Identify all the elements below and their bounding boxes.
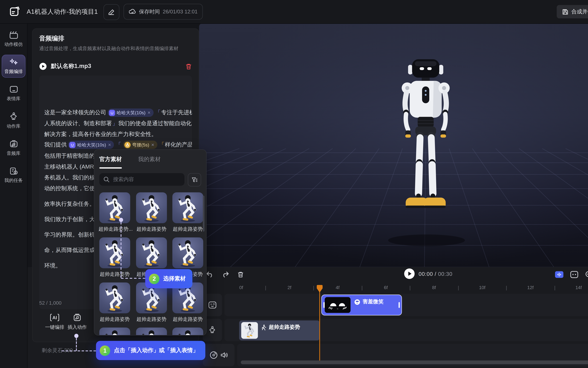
time-total: 00:30 (438, 271, 452, 277)
motion-lib-icon (9, 112, 18, 121)
material-item[interactable] (172, 237, 203, 268)
material-robot-thumbnail (99, 282, 130, 313)
ruler-tick (362, 286, 362, 290)
motion-tag-chip[interactable]: 弯腰(5s)× (123, 141, 157, 149)
step2-number: 2 (149, 274, 159, 284)
script-line: 我们提供哈哈大笑(10s)×「弯腰(5s)×「样化的产品组合， (44, 140, 192, 149)
popup-scrollbar[interactable] (203, 196, 204, 231)
step2-text: 选择素材 (163, 275, 186, 283)
remove-tag-icon[interactable]: × (151, 142, 154, 148)
playhead-line (319, 291, 320, 360)
purple-bracket: 「 (116, 141, 121, 148)
material-robot-thumbnail (136, 328, 167, 335)
audio-file-row: 默认名称1.mp3 (39, 61, 192, 72)
motion-clip[interactable]: 超帅走路姿势 (239, 320, 320, 340)
my-tasks-icon (9, 167, 18, 175)
material-robot-thumbnail (172, 192, 203, 223)
person-icon (209, 326, 216, 334)
material-item[interactable] (136, 328, 167, 335)
zoom-out-button[interactable] (583, 269, 588, 280)
ruler-tick (554, 286, 555, 290)
delete-clip-button[interactable] (235, 269, 246, 280)
gauge-icon (209, 351, 218, 359)
motion-mimic-icon (9, 31, 18, 39)
synthesize-save-button[interactable]: 合成并保存 (557, 5, 588, 18)
material-robot-thumbnail (136, 192, 167, 223)
material-item-label: 超帅走路姿势 (172, 226, 204, 233)
keyframe-view-button[interactable] (569, 269, 580, 280)
remove-tag-icon[interactable]: × (147, 110, 150, 116)
material-item[interactable] (99, 328, 130, 335)
speaker-icon (220, 351, 228, 359)
material-robot-thumbnail (172, 237, 203, 268)
sidebar-item-motion-lib[interactable]: 动作库 (2, 109, 25, 132)
guide2-hline (121, 278, 145, 279)
material-item-label: 超帅走路姿势 (135, 226, 168, 233)
ruler-tick (265, 286, 266, 290)
timeline-hscrollbar[interactable] (241, 360, 588, 364)
redo-button[interactable] (220, 269, 231, 280)
expression-tag-icon (69, 142, 75, 148)
music-box-icon (73, 313, 81, 322)
ruler-tick (458, 286, 459, 290)
panel-title: 音频编排 (39, 35, 64, 43)
material-item[interactable] (136, 192, 167, 223)
script-line: 人系统的设计、制造和部署」我们的使命是通过智能自动化 (44, 119, 192, 128)
audio-arrange-icon (9, 58, 18, 66)
material-robot-thumbnail (136, 237, 167, 268)
ruler-label: 8f (432, 285, 436, 290)
expression-tag-chip[interactable]: 哈哈大笑(10s)× (68, 141, 114, 149)
ai-icon: AI (50, 313, 59, 322)
material-item[interactable] (172, 328, 203, 335)
3d-viewport[interactable]: Z X Y (199, 23, 588, 267)
clip-left-handle[interactable] (323, 302, 325, 308)
expression-track-lane[interactable] (224, 294, 588, 316)
save-time-value: 26/01/03 12:01 (163, 9, 198, 15)
sidebar-item-expression-lib[interactable]: 表情库 (2, 82, 25, 105)
clip-right-handle[interactable] (399, 302, 400, 308)
fit-timeline-button[interactable] (554, 269, 565, 280)
material-robot-thumbnail (99, 237, 130, 268)
sidebar-item-label: 我的任务 (4, 177, 23, 184)
audio-lib-icon (9, 140, 18, 148)
material-item[interactable] (136, 237, 167, 268)
audio-track-header[interactable] (203, 344, 235, 366)
topbar: A1机器人动作-我的项目1 保存时间 26/01/03 12:01 合成并保存 (0, 0, 588, 24)
remove-tag-icon[interactable]: × (108, 142, 111, 148)
motion-tag-icon (124, 142, 130, 148)
delete-audio-icon[interactable] (185, 63, 192, 70)
ruler-label: 12f (527, 285, 533, 290)
rename-button[interactable] (103, 4, 119, 20)
expression-tag-chip[interactable]: 哈哈大笑(10s)× (108, 109, 154, 117)
play-audio-icon[interactable] (39, 63, 47, 70)
time-current: 00:00 (419, 271, 433, 277)
play-button[interactable] (404, 268, 415, 279)
guide2-vline (121, 222, 121, 278)
expression-clip-thumbnail (325, 297, 350, 313)
expression-clip[interactable]: 害羞微笑 (321, 294, 402, 315)
expression-clip-label: 害羞微笑 (363, 298, 384, 305)
material-picker-popup: 官方素材 我的素材 超帅走路姿势...超帅走路姿势超帅走路姿势超帅走路姿势超帅走… (94, 149, 206, 335)
material-item[interactable] (99, 192, 130, 223)
synthesize-save-label: 合成并保存 (571, 8, 588, 15)
app-window: Z X Y A1机器人动作-我的项目1 保存时间 26 (0, 0, 588, 368)
sidebar-item-my-tasks[interactable]: 我的任务 (2, 164, 25, 186)
material-item[interactable] (99, 282, 130, 313)
sidebar-item-label: 音频库 (7, 150, 20, 156)
expression-tag-icon (109, 110, 115, 116)
purple-bracket: 「 (155, 109, 161, 116)
material-grid: 超帅走路姿势...超帅走路姿势超帅走路姿势超帅走路姿势超帅走路姿势超帅走路姿势超… (94, 150, 206, 335)
insert-motion-button[interactable]: 插入动作 (63, 313, 92, 330)
material-robot-thumbnail (99, 192, 130, 223)
purple-bracket: 」 (112, 120, 118, 127)
guide1-hline (62, 350, 96, 351)
material-item[interactable] (172, 192, 203, 223)
playhead-pin[interactable] (316, 285, 323, 293)
material-robot-thumbnail (99, 328, 130, 335)
material-item-label: 超帅走路姿势 (172, 316, 204, 323)
sidebar-item-audio-lib[interactable]: 音频库 (2, 136, 25, 159)
insert-motion-label: 插入动作 (68, 324, 87, 330)
sidebar-item-audio-arrange[interactable]: 音频编排 (2, 55, 25, 78)
sidebar-item-motion-mimic[interactable]: 动作模仿 (2, 28, 25, 50)
material-item[interactable] (99, 237, 130, 268)
